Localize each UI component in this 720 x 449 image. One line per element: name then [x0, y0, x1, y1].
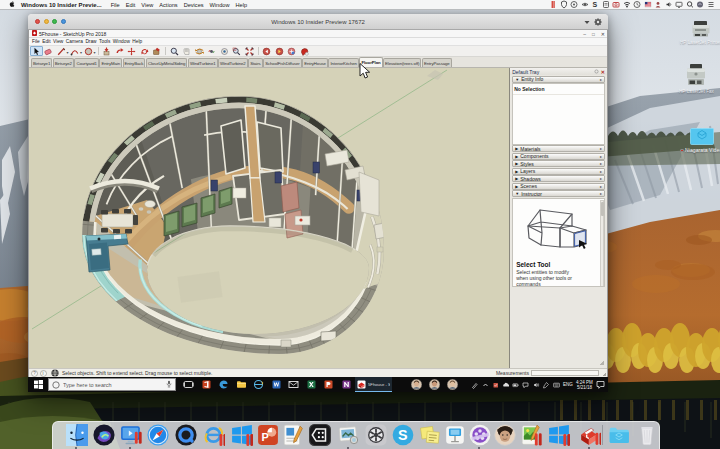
menubar-menu-file[interactable]: File [111, 2, 120, 8]
apple-logo-icon[interactable] [8, 0, 15, 8]
dock-parallels-access-icon[interactable] [309, 424, 331, 449]
dock-quicktime-icon[interactable] [175, 424, 197, 449]
toolbar-button-orbit[interactable] [193, 46, 206, 56]
tray-section-layers[interactable]: ▶Layers▸ [512, 168, 605, 175]
dock-stickies-icon[interactable] [419, 424, 441, 449]
toolbar-button-rotate[interactable] [138, 46, 151, 56]
sketchup-menu-camera[interactable]: Camera [66, 39, 83, 44]
us-flag-icon[interactable] [644, 0, 652, 9]
vm-settings-gear-icon[interactable] [594, 18, 602, 26]
dock-nature-app-icon[interactable] [520, 424, 542, 449]
menubar-status-slot[interactable] [580, 0, 589, 9]
systray-feedback-icon[interactable] [522, 381, 529, 389]
display-mirroring-icon[interactable] [675, 0, 683, 9]
tray-pin-icon[interactable] [594, 69, 599, 74]
notes-icon[interactable] [602, 0, 610, 9]
taskbar-taskview-button[interactable] [180, 377, 198, 392]
menubar-status-slot[interactable] [549, 0, 558, 9]
taskbar-onenote-button[interactable] [338, 377, 356, 392]
taskbar-excel-button[interactable] [303, 377, 321, 392]
scene-tab-entrymain[interactable]: EntryMain [99, 58, 122, 67]
scene-tab-birtseye1[interactable]: Birtseye1 [31, 58, 52, 67]
tray-section-materials[interactable]: ▶Materials▸ [512, 145, 605, 152]
measurements-input[interactable] [531, 370, 599, 377]
parallels-status-icon[interactable] [549, 0, 557, 9]
menubar-status-slot[interactable] [654, 0, 663, 9]
toolbar-button-modelinfo[interactable] [298, 46, 311, 56]
dock-safari-icon[interactable] [147, 424, 169, 449]
taskbar-word-button[interactable] [268, 377, 286, 392]
toolbar-button-look[interactable] [218, 46, 231, 56]
taskbar-search-box[interactable]: Type here to search [48, 378, 176, 391]
microphone-icon[interactable] [166, 380, 172, 388]
toolbar-button-zoom[interactable] [168, 46, 181, 56]
dock-imovie-icon[interactable] [469, 424, 491, 449]
notification-center-icon[interactable] [707, 0, 715, 9]
systray-onedrive-icon[interactable] [502, 381, 509, 389]
minimize-button[interactable]: – [583, 31, 586, 37]
taskbar-edge-button[interactable] [215, 377, 233, 392]
desktop-icon-printer2[interactable]: HP LaserJet Fax [679, 63, 714, 94]
sketchup-menu-window[interactable]: Window [113, 39, 130, 44]
systray-volume2-icon[interactable] [533, 381, 540, 389]
menubar-status-slot[interactable] [685, 0, 694, 9]
tray-section-entity-info[interactable]: ▼Entity Info▸ [512, 76, 605, 83]
toolbar-button-eraser[interactable] [43, 46, 56, 56]
dropdown-caret-icon[interactable]: ▾ [94, 50, 96, 55]
dock-sketchup-icon[interactable] [579, 424, 601, 449]
action-center-icon[interactable] [596, 380, 605, 389]
systray-keyboard-icon[interactable] [553, 381, 560, 389]
sketchup-menu-draw[interactable]: Draw [85, 39, 96, 44]
scene-tab-entrypassage[interactable]: EntryPassage [422, 58, 452, 67]
vm-titlebar[interactable]: Windows 10 Insider Preview 17672 [28, 14, 608, 30]
taskbar-powerpoint-button[interactable] [320, 377, 338, 392]
toolbar-button-camera[interactable] [206, 46, 219, 56]
desktop-icon-printer1[interactable]: HP LaserJet Printer [680, 20, 720, 45]
dock-powerpoint-icon[interactable]: P [257, 424, 279, 449]
vpn-icon[interactable] [560, 0, 568, 9]
desktop-icon-videos-folder[interactable]: Niagarata Videos [680, 128, 720, 153]
taskbar-clock[interactable]: 4:24 PM5/21/18 [576, 380, 593, 390]
menubar-status-slot[interactable] [601, 0, 610, 9]
toolbar-button-zoomext[interactable] [243, 46, 256, 56]
toolbar-button-paint[interactable] [151, 46, 164, 56]
dock-siri-icon[interactable] [93, 424, 115, 449]
dock-skype-icon[interactable]: S [392, 424, 414, 449]
dock-trash-icon[interactable] [636, 424, 658, 449]
menubar-menu-view[interactable]: View [141, 2, 153, 8]
menubar-app-name[interactable]: Windows 10 Insider Previe... [21, 2, 102, 8]
menubar-status-slot[interactable] [559, 0, 568, 9]
wifi-icon[interactable] [623, 0, 631, 9]
toolbar-button-zoomwin[interactable] [231, 46, 244, 56]
taskbar-explorer-button[interactable] [233, 377, 251, 392]
menubar-status-slot[interactable] [706, 0, 715, 9]
start-button[interactable] [28, 377, 48, 392]
sketchup-menu-edit[interactable]: Edit [42, 39, 50, 44]
menubar-status-slot[interactable] [675, 0, 684, 9]
scene-tab-birtseye2[interactable]: Birtseye2 [53, 58, 74, 67]
menubar-status-slot[interactable] [696, 0, 705, 9]
dock-textedit-icon[interactable] [282, 424, 304, 449]
siri-status-icon[interactable] [696, 0, 704, 9]
camera-status-icon[interactable] [612, 0, 620, 9]
status-geolocation-icon[interactable] [51, 369, 59, 377]
dropbox-icon[interactable] [570, 0, 578, 9]
printer-icon[interactable] [685, 63, 707, 87]
taskbar-people-avatar[interactable] [429, 379, 440, 390]
scene-tab-closeupmetalsiding[interactable]: CloseUpMetalSiding [146, 58, 188, 67]
sketchup-menu-file[interactable]: File [32, 39, 40, 44]
dock-parallels-desktop-icon[interactable] [120, 424, 142, 449]
dock-finder-icon[interactable] [66, 424, 88, 449]
language-indicator[interactable]: ENG [563, 382, 573, 387]
instructor-scrollbar[interactable] [600, 200, 604, 287]
taskbar-office-button[interactable] [198, 377, 216, 392]
menubar-menu-actions[interactable]: Actions [159, 2, 177, 8]
menubar-status-slot[interactable] [643, 0, 652, 9]
toolbar-button-prev[interactable] [261, 46, 274, 56]
tray-section-shadows[interactable]: ▶Shadows▸ [512, 175, 605, 182]
dock-screenshot-icon[interactable] [338, 424, 360, 449]
dock-windows-10-2-icon[interactable] [548, 424, 570, 449]
scene-tab-windturbine2[interactable]: WindTurbine2 [218, 58, 248, 67]
dock-windows-10-icon[interactable] [231, 424, 253, 449]
tray-header[interactable]: Default Tray✕ [510, 68, 607, 75]
